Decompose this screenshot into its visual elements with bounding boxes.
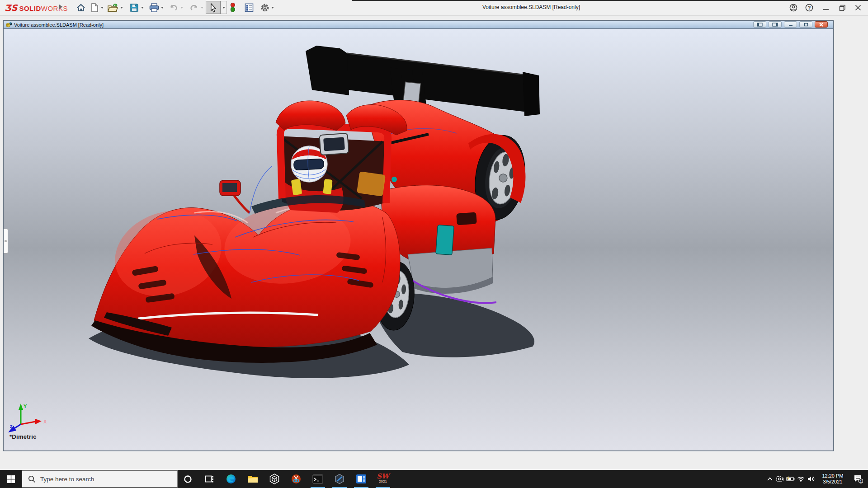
- start-button[interactable]: [0, 470, 22, 488]
- clock-time: 12:20 PM: [818, 473, 847, 479]
- select-tool-dropdown[interactable]: [221, 1, 227, 14]
- collapsed-panel-tab[interactable]: [4, 229, 8, 253]
- window-top-edge: [352, 0, 868, 1]
- restore-button[interactable]: [836, 2, 849, 14]
- tray-volume-button[interactable]: [806, 470, 816, 488]
- pane-right-icon: [772, 23, 778, 27]
- home-icon: [76, 3, 86, 13]
- redo-dropdown[interactable]: [201, 7, 203, 9]
- cortana-button[interactable]: [177, 470, 198, 488]
- scissors-app-icon: [291, 474, 302, 484]
- solidworks-taskbar-button[interactable]: SW 2021: [372, 470, 394, 488]
- clock-date: 3/5/2021: [818, 479, 847, 485]
- hexagon-app-icon: [334, 474, 345, 484]
- meet-now-icon: [776, 476, 784, 483]
- task-view-button[interactable]: [198, 470, 220, 488]
- help-icon: ?: [805, 4, 813, 12]
- media-app-button[interactable]: [350, 470, 372, 488]
- tray-network-button[interactable]: [796, 470, 806, 488]
- battery-icon: [786, 476, 795, 482]
- new-document-dropdown[interactable]: [101, 7, 104, 9]
- edge-icon: [226, 474, 236, 484]
- search-placeholder: Type here to search: [40, 476, 94, 483]
- svg-text:Y: Y: [24, 404, 27, 409]
- taskbar: Type here to search: [0, 470, 868, 488]
- chevron-up-icon: [767, 477, 773, 481]
- select-tool-button[interactable]: [206, 1, 221, 14]
- task-view-icon: [205, 475, 214, 483]
- ds-logo-mark: ƷS: [5, 3, 17, 13]
- toolbar-separator: [68, 2, 68, 14]
- media-app-icon: [356, 474, 367, 484]
- 3d-viewer-icon: [269, 474, 280, 484]
- options-button[interactable]: [259, 2, 271, 14]
- hex-app-button[interactable]: [329, 470, 350, 488]
- account-icon: [789, 4, 797, 12]
- doc-close-icon: [819, 23, 824, 27]
- tray-meet-now-button[interactable]: [775, 470, 785, 488]
- mdi-workspace: Voiture assomblee.SLDASM [Read-only]: [0, 16, 868, 470]
- minimize-icon: [823, 5, 829, 11]
- options-dropdown[interactable]: [271, 7, 274, 9]
- app-window-title: Voiture assomblee.SLDASM [Read-only]: [407, 4, 656, 10]
- svg-text:?: ?: [808, 5, 811, 10]
- file-explorer-button[interactable]: [242, 470, 264, 488]
- pane-left-button[interactable]: [753, 21, 766, 28]
- undo-icon: [168, 3, 179, 12]
- action-center-button[interactable]: 1: [849, 470, 868, 488]
- redo-button[interactable]: [188, 2, 200, 14]
- doc-close-button[interactable]: [815, 21, 828, 28]
- taskbar-clock[interactable]: 12:20 PM 3/5/2021: [818, 473, 847, 485]
- undo-button[interactable]: [168, 2, 179, 14]
- new-document-button[interactable]: [89, 2, 100, 14]
- edge-button[interactable]: [220, 470, 242, 488]
- help-button[interactable]: ?: [803, 2, 816, 14]
- document-titlebar[interactable]: Voiture assomblee.SLDASM [Read-only]: [4, 21, 833, 29]
- search-icon: [28, 475, 36, 483]
- print-icon: [149, 3, 160, 13]
- doc-restore-button[interactable]: [799, 21, 812, 28]
- gear-icon: [260, 3, 270, 13]
- print-button[interactable]: [148, 2, 160, 14]
- selection-stoplight-button[interactable]: [227, 2, 239, 14]
- 3d-viewer-button[interactable]: [264, 470, 285, 488]
- menu-expand-arrow-icon[interactable]: [59, 5, 62, 9]
- solidworks-app-icon: SW: [377, 474, 389, 479]
- display-list-icon: [244, 3, 254, 13]
- select-arrow-icon: [209, 3, 218, 13]
- taskbar-search-input[interactable]: Type here to search: [22, 470, 178, 488]
- wifi-icon: [797, 476, 805, 482]
- svg-text:X: X: [43, 419, 47, 424]
- minimize-button[interactable]: [820, 2, 832, 14]
- doc-restore-icon: [803, 23, 809, 27]
- home-button[interactable]: [75, 2, 87, 14]
- doc-minimize-button[interactable]: [784, 21, 797, 28]
- undo-dropdown[interactable]: [180, 7, 183, 9]
- save-button[interactable]: [128, 2, 140, 14]
- open-dropdown[interactable]: [120, 7, 123, 9]
- display-settings-button[interactable]: [243, 2, 255, 14]
- view-orientation-label: *Dimetric: [9, 433, 37, 440]
- pane-left-icon: [757, 23, 763, 27]
- close-icon: [855, 5, 861, 11]
- snip-sketch-button[interactable]: [285, 470, 307, 488]
- account-button[interactable]: [787, 2, 800, 14]
- restore-icon: [839, 5, 846, 11]
- tray-battery-button[interactable]: [785, 470, 796, 488]
- 3d-model-race-car[interactable]: Y X Z: [4, 29, 833, 450]
- file-explorer-icon: [247, 474, 258, 483]
- open-button[interactable]: [107, 2, 118, 14]
- graphics-viewport[interactable]: Y X Z *Dimetric: [4, 29, 833, 450]
- redo-icon: [189, 3, 199, 12]
- print-dropdown[interactable]: [161, 7, 164, 9]
- new-document-icon: [90, 3, 99, 13]
- save-dropdown[interactable]: [141, 7, 144, 9]
- doc-minimize-icon: [788, 23, 793, 27]
- open-folder-icon: [107, 3, 118, 13]
- pane-right-button[interactable]: [769, 21, 782, 28]
- close-button[interactable]: [852, 2, 864, 14]
- tray-chevron-up-button[interactable]: [764, 470, 775, 488]
- command-prompt-button[interactable]: [307, 470, 329, 488]
- svg-text:1: 1: [860, 479, 862, 483]
- svg-text:Z: Z: [10, 424, 13, 429]
